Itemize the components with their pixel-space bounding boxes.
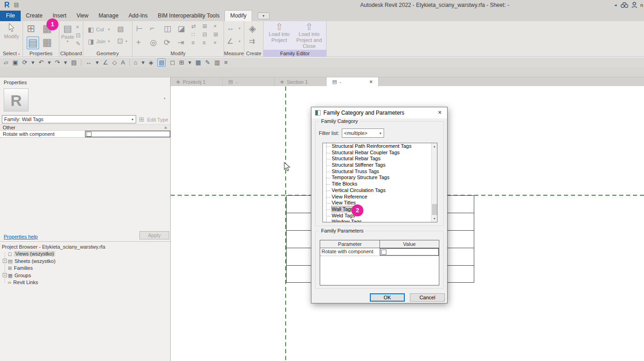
search-binoculars-icon[interactable] — [621, 2, 628, 8]
modify-tool-button[interactable]: Modify — [2, 23, 21, 39]
category-item[interactable]: Vertical Circulation Tags — [323, 187, 437, 194]
join-geometry-icon[interactable]: ◨ — [88, 38, 94, 45]
tab-bim-interoperability[interactable]: BIM Interoperability Tools — [153, 11, 225, 21]
sync-icon[interactable]: ⟳ — [22, 59, 27, 66]
category-item[interactable]: View Titles — [323, 200, 437, 206]
measure-dropdown-icon[interactable]: ▾ — [239, 27, 241, 30]
collapse-infocenter-icon[interactable]: ◄ — [614, 3, 617, 7]
match-properties-icon[interactable]: ✎ — [76, 41, 80, 47]
username-text[interactable]: n — [640, 2, 643, 8]
category-item[interactable]: Weld Tags — [323, 213, 437, 219]
rotate-checkbox[interactable] — [86, 132, 92, 137]
ribbon-display-toggle[interactable]: ▾ — [258, 12, 270, 19]
component-icon[interactable]: ◈ — [249, 23, 256, 34]
collapse-section-icon[interactable]: « — [164, 126, 169, 129]
trim-extend-icon[interactable]: ⇥ — [178, 38, 184, 47]
browser-item-groups[interactable]: ▦ Groups — [8, 272, 31, 279]
text-icon[interactable]: A — [121, 59, 125, 66]
redo-dropdown-icon[interactable]: ▾ — [64, 59, 67, 66]
redo-icon[interactable]: ↷ — [55, 59, 60, 66]
copy-clipboard-icon[interactable]: ⊡ — [76, 32, 80, 39]
measure-qat-dropdown-icon[interactable]: ▾ — [96, 59, 99, 66]
edit-family-icon[interactable]: ✎ — [205, 59, 210, 66]
tab-create[interactable]: Create — [21, 11, 47, 21]
visibility-settings-icon[interactable]: ▦ — [42, 36, 52, 48]
cut-geometry-icon[interactable]: ◧ — [88, 26, 94, 33]
category-item[interactable]: Structural Rebar Tags — [323, 156, 437, 162]
section-other[interactable]: Other « — [0, 124, 170, 131]
scroll-up-icon[interactable]: ▴ — [431, 143, 437, 150]
undo-icon[interactable]: ↶ — [39, 59, 44, 66]
dialog-rotate-checkbox[interactable] — [381, 250, 386, 255]
rotate-icon[interactable]: ⟳ — [164, 38, 170, 47]
revit-app-icon[interactable]: R — [3, 1, 11, 9]
type-selector-expand-icon[interactable]: ▾ — [164, 97, 166, 100]
scroll-down-icon[interactable]: ▾ — [431, 215, 437, 222]
mirror-pick-axis-icon[interactable]: ◫ — [164, 24, 171, 34]
view-tab-section-1[interactable]: ◈ Section 1 — [275, 77, 327, 86]
tag-icon[interactable]: ◇ — [112, 59, 117, 66]
family-type-selector[interactable]: Family: Wall Tags ▾ — [2, 115, 136, 123]
array-icon[interactable]: ∷ — [191, 31, 195, 38]
schedule-icon[interactable]: ▥ — [214, 59, 220, 66]
account-person-icon[interactable] — [632, 2, 637, 8]
customize-qat-icon[interactable]: ≡ — [224, 59, 228, 66]
sheets-expander[interactable]: + — [3, 259, 7, 263]
category-item[interactable]: Temporary Structure Tags — [323, 175, 437, 181]
joins-dropdown-icon[interactable]: ▾ — [126, 40, 127, 43]
groups-expander[interactable]: + — [3, 273, 7, 277]
browser-item-views[interactable]: ◻ Views (wszystko) — [8, 250, 55, 257]
move-icon[interactable]: + — [136, 38, 141, 47]
tab-manage[interactable]: Manage — [93, 11, 123, 21]
switch-windows-dropdown-icon[interactable]: ▾ — [188, 59, 191, 66]
view-tab-active-sheet[interactable]: ▤ - × — [327, 77, 379, 86]
align-icon[interactable]: ⊢ — [136, 24, 143, 34]
category-list[interactable]: Structural Path Reinforcement Tags Struc… — [322, 143, 437, 222]
trim-corner-icon[interactable]: ≡ — [202, 40, 206, 46]
undo-dropdown-icon[interactable]: ▾ — [48, 59, 51, 66]
section-icon[interactable]: ◈ — [149, 59, 153, 66]
join-geometry-label[interactable]: Join — [96, 39, 105, 44]
copy-icon[interactable]: ◎ — [150, 38, 157, 47]
properties-help-link[interactable]: Properties help — [4, 234, 38, 239]
view-tab-przekroj-1[interactable]: ◈ Przekrój 1 — [171, 77, 223, 86]
category-item-wall-tags-selected[interactable]: Wall Tags — [323, 206, 437, 213]
view-tab-sheet-1[interactable]: ▤ - — [223, 77, 275, 86]
cut-geometry-label[interactable]: Cut — [96, 27, 104, 32]
mirror-draw-axis-icon[interactable]: ◪ — [178, 24, 185, 34]
category-item[interactable]: Structural Rebar Coupler Tags — [323, 150, 437, 156]
unpin-icon[interactable]: ⊞ — [213, 31, 218, 38]
type-preview[interactable]: R — [4, 88, 29, 111]
tab-addins[interactable]: Add-Ins — [124, 11, 153, 21]
swap-icon[interactable]: ⇄ — [191, 23, 196, 29]
switch-windows-icon[interactable]: ⊞ — [179, 59, 184, 66]
filter-list-combo[interactable]: <multiple> ▾ — [342, 128, 384, 138]
group-icon[interactable]: ⊟ — [202, 31, 207, 38]
panel-select-label[interactable]: Select ▾ — [0, 50, 23, 57]
category-item[interactable]: Structural Path Reinforcement Tags — [323, 143, 437, 150]
view3d-dropdown-icon[interactable]: ▾ — [142, 59, 145, 66]
close-hidden-windows-icon[interactable]: ◻ — [170, 59, 175, 66]
scale-icon[interactable]: ⊞ — [202, 23, 207, 29]
aligned-dimension-icon[interactable]: ∠ — [103, 59, 108, 66]
scrollbar-thumb[interactable] — [432, 204, 437, 215]
measure-qat-icon[interactable]: ↔ — [86, 59, 92, 66]
tab-modify[interactable]: Modify — [224, 10, 252, 21]
wall-joins-icon[interactable]: ⊡ — [117, 37, 123, 45]
ok-button[interactable]: OK — [370, 293, 405, 302]
dialog-close-icon[interactable]: × — [432, 107, 447, 118]
save-icon[interactable]: ▣ — [12, 59, 18, 66]
category-item[interactable]: View Reference — [323, 194, 437, 200]
tab-view[interactable]: View — [71, 11, 93, 21]
load-into-project-and-close-button[interactable]: ⇧ Load into Project and Close — [293, 24, 325, 49]
category-item[interactable]: Title Blocks — [323, 181, 437, 187]
pin-icon[interactable]: × — [213, 23, 217, 29]
family-types-icon[interactable]: ⊞ — [27, 23, 35, 35]
cancel-button[interactable]: Cancel — [410, 293, 445, 302]
browser-item-families[interactable]: ⊞ Families — [8, 265, 33, 271]
category-item[interactable]: Structural Stiffener Tags — [323, 162, 437, 169]
open-icon[interactable]: ▱ — [4, 59, 8, 66]
dimension-icon[interactable]: ∠ — [227, 37, 233, 46]
category-item[interactable]: Window Tags — [323, 219, 437, 222]
properties-toggle-icon[interactable]: ▤ — [157, 58, 166, 67]
